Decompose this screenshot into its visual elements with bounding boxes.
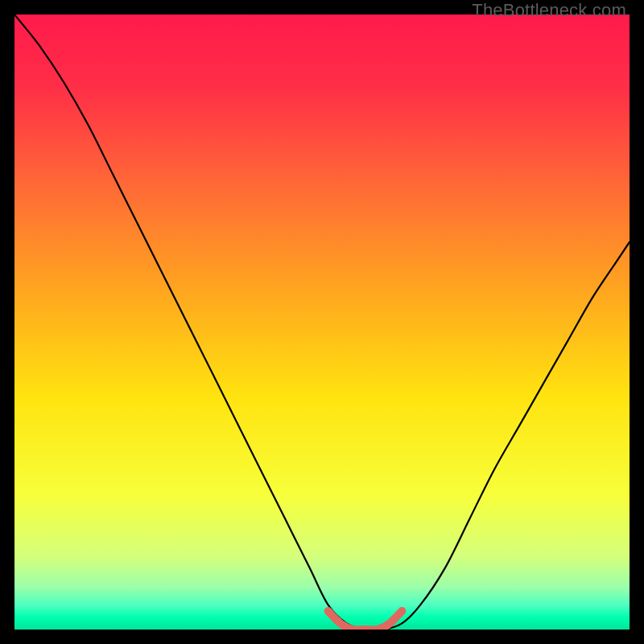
bottleneck-curve <box>14 14 630 630</box>
chart-frame: TheBottleneck.com <box>0 0 644 644</box>
watermark-text: TheBottleneck.com <box>472 0 626 21</box>
valley-accent-line <box>328 611 402 630</box>
plot-area <box>14 14 630 630</box>
bottleneck-curve-layer <box>14 14 630 630</box>
